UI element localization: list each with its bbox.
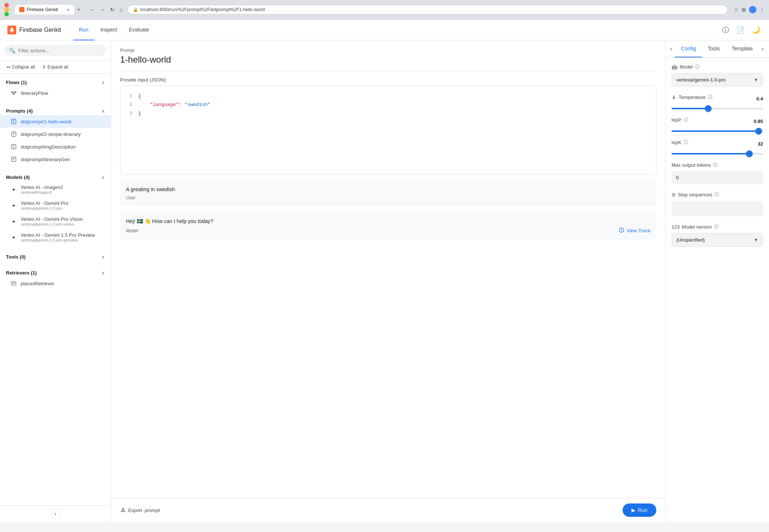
app-logo: Firebase Genkit (7, 26, 61, 34)
sidebar-item-itinerarygen[interactable]: dotprompt/itineraryGen (0, 153, 111, 166)
model-sub-1: vertexai/imagen2 (21, 190, 63, 194)
model-select[interactable]: vertexai/gemini-1.0-pro ▼ (672, 73, 763, 87)
header-right: ⓘ 📄 🌙 (721, 24, 762, 36)
flows-section-header[interactable]: Flows (1) ∧ (0, 77, 111, 87)
nav-inspect[interactable]: Inspect (95, 20, 123, 40)
topk-label-text: topK (672, 140, 682, 145)
panel-tab-next[interactable]: › (759, 43, 766, 55)
retrievers-section-header[interactable]: Retrievers (1) ∧ (0, 267, 111, 277)
tab-config[interactable]: Config (675, 40, 702, 57)
minimize-dot[interactable] (4, 7, 9, 12)
sidebar-item-placesretriever[interactable]: placesRetriever (0, 277, 111, 290)
url-bar[interactable]: 🔒 localhost:4000/run/%2Fprompt%2Fdotprom… (127, 5, 728, 14)
maximize-dot[interactable] (4, 12, 9, 16)
stop-seq-info-icon[interactable]: ⓘ (715, 192, 719, 198)
sidebar-item-geminipro[interactable]: ✦ Vertex AI - Gemini Pro vertexai/gemini… (0, 197, 111, 213)
model-info-2: Vertex AI - Gemini Pro vertexai/gemini-1… (21, 200, 69, 210)
forward-button[interactable]: → (98, 5, 106, 14)
topp-slider-container (672, 130, 763, 132)
user-message-text: A greating in swedish (126, 186, 650, 192)
model-version-select[interactable]: (Unspecified) ▼ (672, 233, 763, 247)
tools-section-header[interactable]: Tools (0) ∧ (0, 251, 111, 261)
models-chevron: ∧ (102, 175, 105, 180)
export-label: Export .prompt (128, 508, 160, 513)
info-button[interactable]: ⓘ (721, 24, 730, 36)
prompt-label-4: dotprompt/itineraryGen (21, 157, 70, 162)
flows-title: Flows (1) (6, 80, 27, 85)
browser-menu-button[interactable]: ⋮ (759, 7, 765, 13)
sidebar-item-geminiprovision[interactable]: ✦ Vertex AI - Gemini Pro Vision vertexai… (0, 213, 111, 229)
user-message-role: User (126, 195, 650, 200)
max-tokens-config-row: Max output tokens ⓘ (672, 162, 763, 184)
sidebar-collapse-button[interactable]: ‹ (50, 509, 61, 519)
expand-all-button[interactable]: ⇕ Expand all (40, 63, 70, 71)
tab-close-icon[interactable]: ✕ (67, 8, 70, 12)
sidebar-controls: ⇔ Collapse all ⇕ Expand all (0, 61, 111, 74)
model-ver-icon: 123 (672, 224, 680, 230)
retrievers-title: Retrievers (1) (6, 270, 37, 276)
browser-tab[interactable]: Firebase Genkit ✕ (15, 5, 74, 14)
model-name-4: Vertex AI - Gemini 1.5 Pro Preview (21, 232, 95, 238)
home-button[interactable]: ⌂ (118, 5, 124, 14)
flows-chevron: ∧ (102, 80, 105, 85)
max-tokens-input[interactable] (672, 171, 763, 184)
sidebar-item-dotprompt2[interactable]: dotprompt/2-simple-itinerary (0, 128, 111, 140)
back-button[interactable]: ← (88, 5, 96, 14)
run-button[interactable]: ▶ Run (623, 503, 656, 517)
stop-seq-label-text: Stop sequences (678, 192, 712, 197)
temperature-slider-thumb[interactable] (705, 105, 712, 112)
json-key-language: "language": "swedish" (138, 100, 211, 109)
sidebar-item-itineraryFlow[interactable]: itineraryFlow (0, 87, 111, 99)
tab-template[interactable]: Template (726, 40, 759, 57)
run-icon: ▶ (632, 507, 636, 513)
json-editor[interactable]: 1 { 2 "language": "swedish" 3 } (120, 86, 656, 174)
topp-info-icon[interactable]: ⓘ (684, 117, 688, 123)
export-button[interactable]: Export .prompt (120, 507, 160, 514)
prompts-section-header[interactable]: Prompts (4) ∧ (0, 105, 111, 115)
topp-slider-thumb[interactable] (755, 128, 762, 134)
model-ver-info-icon[interactable]: ⓘ (714, 224, 719, 230)
stop-sequences-input[interactable] (672, 201, 763, 216)
docs-button[interactable]: 📄 (735, 24, 746, 36)
temp-label-text: Temperature (679, 94, 706, 100)
sidebar-item-imgdesc[interactable]: dotprompt/imgDescription (0, 140, 111, 153)
sidebar-item-imagen2[interactable]: ✦ Vertex AI - Imagen2 vertexai/imagen2 (0, 182, 111, 197)
view-trace-button[interactable]: View Trace (619, 227, 650, 234)
tools-title: Tools (0) (6, 254, 26, 260)
max-tokens-info-icon[interactable]: ⓘ (713, 162, 717, 168)
model-info-1: Vertex AI - Imagen2 vertexai/imagen2 (21, 184, 63, 194)
refresh-button[interactable]: ↻ (109, 5, 116, 14)
temp-info-icon[interactable]: ⓘ (708, 94, 712, 100)
new-tab-button[interactable]: + (76, 6, 82, 13)
tab-favicon (19, 7, 24, 12)
model-info-icon[interactable]: ⓘ (695, 64, 699, 70)
models-section-header[interactable]: Models (4) ∧ (0, 172, 111, 182)
prompt-label-1: dotprompt/1-hello-world (21, 119, 72, 124)
line-num-2: 2 (126, 100, 132, 109)
user-avatar[interactable] (749, 6, 756, 13)
topk-slider-thumb[interactable] (746, 150, 753, 157)
sidebar-item-gemini15[interactable]: ✦ Vertex AI - Gemini 1.5 Pro Preview ver… (0, 229, 111, 245)
search-input[interactable] (18, 48, 102, 53)
sidebar-item-dotprompt1[interactable]: dotprompt/1-hello-world (0, 115, 111, 128)
tab-tools[interactable]: Tools (702, 40, 726, 57)
star-button[interactable]: ☆ (734, 7, 739, 13)
message-footer: Model View Trace (126, 227, 650, 234)
temperature-header: 🌡 Temperature ⓘ 0.4 (672, 94, 763, 103)
theme-button[interactable]: 🌙 (750, 24, 762, 36)
collapse-all-button[interactable]: ⇔ Collapse all (4, 63, 37, 71)
sidebar: 🔍 ⇔ Collapse all ⇕ Expand all Flows (1) (0, 40, 111, 522)
panel-tab-prev[interactable]: ‹ (667, 43, 675, 55)
close-dot[interactable] (4, 3, 9, 7)
tab-title: Firebase Genkit (27, 7, 58, 12)
extensions-button[interactable]: ⊞ (742, 7, 746, 13)
model-sub-2: vertexai/gemini-1.0-pro (21, 206, 69, 210)
model-config-label: 🤖 Model ⓘ (672, 64, 763, 70)
model-version-value: (Unspecified) (676, 237, 705, 243)
topk-info-icon[interactable]: ⓘ (684, 139, 688, 146)
model-info-3: Vertex AI - Gemini Pro Vision vertexai/g… (21, 216, 83, 226)
temperature-slider-container (672, 108, 763, 109)
view-trace-label: View Trace (627, 228, 650, 233)
nav-evaluate[interactable]: Evaluate (123, 20, 155, 40)
nav-run[interactable]: Run (73, 20, 95, 40)
